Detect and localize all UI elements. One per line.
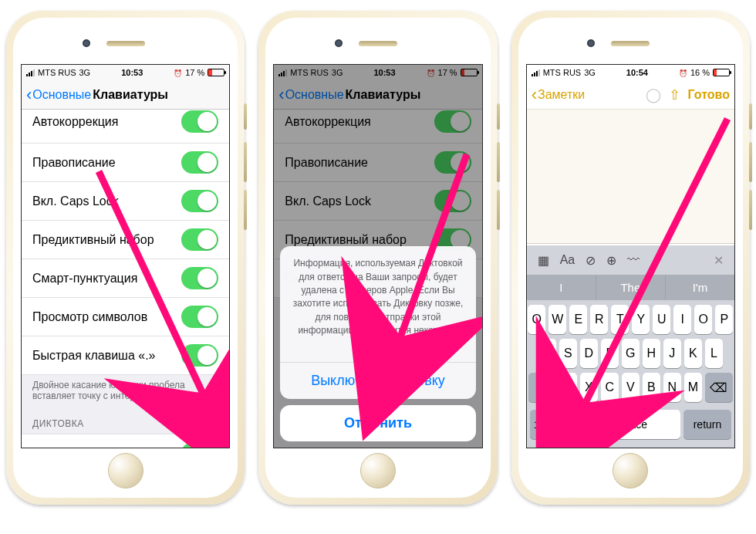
battery-percent: 16 % [690, 68, 710, 77]
phone-mockup-2: MTS RUS 3G 10:53 17 % ‹ Основные [258, 11, 497, 505]
row-autocorrect[interactable]: Автокоррекция [22, 110, 229, 144]
disable-dictation-button[interactable]: Выключить Диктовку [280, 363, 475, 399]
action-sheet: Информация, используемая Диктовкой для о… [280, 246, 475, 441]
screen-2-action-sheet: MTS RUS 3G 10:53 17 % ‹ Основные [273, 64, 482, 448]
footnote: Двойное касание клавиши пробела вставляе… [22, 375, 229, 409]
key-w[interactable]: W [548, 305, 566, 334]
quicktype-bar: I The I'm [527, 275, 734, 300]
alarm-icon [679, 68, 687, 77]
draw-icon[interactable]: 〰 [627, 253, 640, 267]
toggle-capslock[interactable] [181, 190, 218, 212]
key-c[interactable]: C [601, 373, 619, 402]
key-a[interactable]: A [538, 339, 556, 368]
home-button[interactable] [108, 453, 143, 488]
add-people-icon[interactable]: ◯ [646, 86, 661, 103]
network-label: 3G [79, 68, 91, 77]
key-l[interactable]: L [705, 339, 723, 368]
chevron-left-icon: ‹ [532, 86, 537, 103]
key-m[interactable]: M [684, 373, 702, 402]
suggestion-1[interactable]: I [527, 275, 596, 300]
checklist-icon[interactable]: ⊘ [586, 253, 596, 268]
key-g[interactable]: G [622, 339, 640, 368]
row-label: Просмотр символов [32, 310, 147, 324]
globe-key[interactable]: 🌐 [558, 410, 582, 439]
key-i[interactable]: I [673, 305, 691, 334]
suggestion-2[interactable]: The [596, 275, 665, 300]
status-bar: MTS RUS 3G 10:54 16 % [527, 65, 734, 80]
toggle-spelling[interactable] [181, 151, 218, 174]
keyboard-row-2: ASDFGHJKL [530, 339, 731, 368]
key-f[interactable]: F [601, 339, 619, 368]
row-predictive[interactable]: Предиктивный набор [22, 221, 229, 259]
return-key[interactable]: return [683, 410, 731, 439]
space-key[interactable]: space [586, 410, 680, 439]
toggle-charpreview[interactable] [181, 306, 218, 328]
key-k[interactable]: K [684, 339, 702, 368]
battery-icon [208, 69, 224, 76]
clock: 10:54 [626, 68, 648, 77]
key-q[interactable]: Q [528, 305, 545, 334]
key-o[interactable]: O [694, 305, 712, 334]
chevron-left-icon: ‹ [26, 86, 32, 103]
phone-mockup-1: MTS RUS 3G 10:53 17 % ‹ Основные [6, 11, 245, 505]
key-z[interactable]: Z [559, 373, 577, 402]
toggle-autocorrect[interactable] [181, 110, 218, 133]
key-r[interactable]: R [590, 305, 608, 334]
toggle-smartpunct[interactable] [181, 267, 218, 289]
row-label: Вкл. Caps Lock [32, 194, 119, 208]
row-spelling[interactable]: Правописание [22, 144, 229, 182]
row-capslock[interactable]: Вкл. Caps Lock [22, 182, 229, 221]
toggle-dictation[interactable] [181, 442, 218, 448]
phone-mockup-3: MTS RUS 3G 10:54 16 % ‹ Заметки [511, 11, 750, 505]
row-charpreview[interactable]: Просмотр символов [22, 298, 229, 336]
signal-bars-icon [26, 69, 35, 76]
row-dictation[interactable]: Диктовка [22, 434, 229, 448]
back-button[interactable]: ‹ Заметки [532, 86, 586, 103]
home-button[interactable] [613, 453, 648, 488]
table-icon[interactable]: ▦ [538, 253, 549, 268]
key-t[interactable]: T [611, 305, 629, 334]
row-label: Смарт-пунктуация [32, 272, 137, 286]
key-x[interactable]: X [580, 373, 598, 402]
key-h[interactable]: H [643, 339, 660, 368]
share-icon[interactable]: ⇧ [669, 86, 680, 103]
add-icon[interactable]: ⊕ [606, 253, 616, 268]
nav-bar: ‹ Основные Клавиатуры [22, 80, 229, 110]
sheet-message: Информация, используемая Диктовкой для о… [280, 246, 475, 363]
backspace-key[interactable]: ⌫ [705, 373, 733, 402]
screen-3-notes-keyboard: MTS RUS 3G 10:54 16 % ‹ Заметки [526, 64, 735, 448]
battery-icon [713, 69, 730, 76]
carrier-label: MTS RUS [543, 68, 582, 77]
suggestion-3[interactable]: I'm [666, 275, 734, 300]
shift-key[interactable]: ⇧ [528, 373, 556, 402]
row-shortcut[interactable]: Быстрая клавиша «.» [22, 336, 229, 375]
cancel-button[interactable]: Отменить [280, 405, 475, 441]
key-e[interactable]: E [569, 305, 587, 334]
signal-bars-icon [532, 69, 540, 76]
key-s[interactable]: S [559, 339, 577, 368]
status-bar: MTS RUS 3G 10:53 17 % [22, 65, 229, 80]
note-editor[interactable] [527, 110, 734, 244]
row-smartpunct[interactable]: Смарт-пунктуация [22, 259, 229, 298]
keyboard-row-1: QWERTYUIOP [530, 305, 731, 334]
home-button[interactable] [360, 453, 396, 488]
mode-key[interactable]: 123 [530, 410, 555, 439]
key-j[interactable]: J [663, 339, 681, 368]
row-label: Быстрая клавиша «.» [32, 349, 156, 363]
nav-bar: ‹ Заметки ◯ ⇧ Готово [527, 80, 734, 110]
back-label: Заметки [538, 88, 585, 102]
close-toolbar-icon[interactable]: ✕ [714, 253, 724, 268]
key-u[interactable]: U [653, 305, 670, 334]
key-b[interactable]: B [643, 373, 660, 402]
key-v[interactable]: V [622, 373, 640, 402]
toggle-shortcut[interactable] [181, 344, 218, 367]
nav-title: Клавиатуры [93, 88, 168, 102]
key-p[interactable]: P [715, 305, 733, 334]
key-d[interactable]: D [580, 339, 598, 368]
key-y[interactable]: Y [632, 305, 650, 334]
done-button[interactable]: Готово [688, 88, 730, 102]
toggle-predictive[interactable] [181, 228, 218, 251]
key-n[interactable]: N [663, 373, 681, 402]
back-button[interactable]: ‹ Основные [26, 86, 91, 103]
text-format-button[interactable]: Aa [560, 253, 575, 267]
